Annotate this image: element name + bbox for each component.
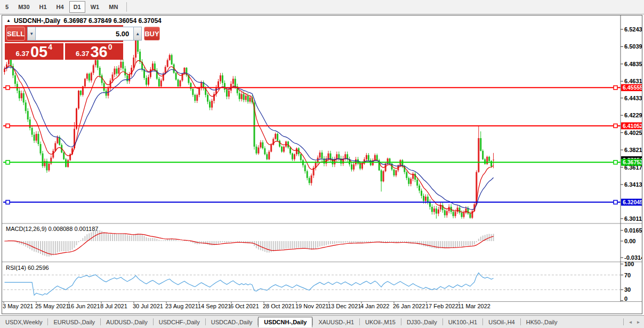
svg-text:6 Oct 2021: 6 Oct 2021 xyxy=(230,303,259,309)
svg-text:26 Jan 2022: 26 Jan 2022 xyxy=(393,303,425,309)
timeframe-h1[interactable]: H1 xyxy=(35,1,51,13)
rsi-indicator-label: RSI(14) 60.2596 xyxy=(6,265,49,271)
hline-handle[interactable] xyxy=(614,124,617,127)
sell-price-pips: 05 xyxy=(30,45,47,59)
terminal-screen: 5M30H1H4D1W1MN 6.524306.503906.483506.46… xyxy=(0,0,644,328)
rsi-pane xyxy=(3,273,621,295)
buy-price-big: 6.37 xyxy=(76,50,89,59)
timeframe-toolbar: 5M30H1H4D1W1MN xyxy=(0,0,644,14)
macd-pane xyxy=(4,230,494,257)
buy-price-pips: 36 xyxy=(90,45,107,59)
tab-xauusd-h1[interactable]: XAUUSD-,H1 xyxy=(313,317,359,327)
svg-text:6.42290: 6.42290 xyxy=(624,112,642,118)
svg-text:100: 100 xyxy=(624,261,634,267)
tab-usoil-h4[interactable]: USOil-,H4 xyxy=(483,317,520,327)
svg-text:6.41052: 6.41052 xyxy=(623,123,642,129)
collapse-chart-icon[interactable]: ▲ xyxy=(6,19,11,23)
tab-usdcad-daily[interactable]: USDCAD-,Daily xyxy=(206,317,258,327)
quote-row: 6.37 05 4 6.37 36 0 xyxy=(5,43,123,60)
svg-text:25 May 2021: 25 May 2021 xyxy=(35,303,69,309)
tab-usdx-weekly[interactable]: USDX,Weekly xyxy=(0,317,47,327)
volume-decrease-icon[interactable]: ▼ xyxy=(27,27,36,41)
svg-text:28 Oct 2021: 28 Oct 2021 xyxy=(263,303,295,309)
tab-audusd-daily[interactable]: AUDUSD-,Daily xyxy=(101,317,153,327)
volume-increase-icon[interactable]: ▲ xyxy=(133,27,142,41)
svg-text:6.44330: 6.44330 xyxy=(624,95,642,101)
hline-handle[interactable] xyxy=(6,161,10,164)
svg-text:6.40250: 6.40250 xyxy=(624,130,642,136)
svg-text:6.30110: 6.30110 xyxy=(624,215,642,222)
hline-handle[interactable] xyxy=(614,201,617,204)
svg-text:30 Jul 2021: 30 Jul 2021 xyxy=(133,303,163,309)
svg-text:6.38210: 6.38210 xyxy=(624,147,642,153)
svg-text:19 Nov 2021: 19 Nov 2021 xyxy=(295,303,328,309)
macd-signal-line xyxy=(5,233,494,255)
svg-text:6.36753: 6.36753 xyxy=(623,159,642,165)
hline-handle[interactable] xyxy=(614,86,617,90)
hline-handle[interactable] xyxy=(6,201,10,204)
chart-window: 6.524306.503906.483506.463106.443306.422… xyxy=(2,15,642,314)
hline-handle[interactable] xyxy=(6,86,10,90)
sell-price-big: 6.37 xyxy=(16,50,29,59)
ohlc-values: 6.36987 6.37849 6.36054 6.37054 xyxy=(63,17,162,25)
hline-handle[interactable] xyxy=(6,124,10,127)
svg-text:-0.031423: -0.031423 xyxy=(624,254,642,261)
tab-usdcnh-daily[interactable]: USDCNH-,Daily xyxy=(258,317,312,327)
date-axis[interactable]: 3 May 202125 May 202116 Jun 20218 Jul 20… xyxy=(3,302,490,309)
svg-text:0: 0 xyxy=(624,295,627,302)
rsi-line xyxy=(5,273,494,295)
svg-text:0.00: 0.00 xyxy=(624,238,635,244)
tab-dj30-daily[interactable]: DJ30-,Daily xyxy=(401,317,442,327)
sell-button[interactable]: SELL xyxy=(6,27,25,41)
toolbar-separator xyxy=(126,2,127,12)
tabs-scroll-right-icon[interactable]: ▸ xyxy=(637,319,640,325)
tab-ukoil-m15[interactable]: UKOil-,M15 xyxy=(360,317,401,327)
chart-tab-bar: USDX,WeeklyEURUSD-,DailyAUDUSD-,DailyUSD… xyxy=(0,315,644,328)
tabs-scroll-left-icon[interactable]: ◂ xyxy=(629,319,632,325)
tab-uk100-h1[interactable]: UK100-,H1 xyxy=(443,317,482,327)
horizontal-lines xyxy=(3,86,621,204)
svg-text:8 Jul 2021: 8 Jul 2021 xyxy=(100,303,127,309)
svg-text:30: 30 xyxy=(624,286,631,293)
svg-text:6.46310: 6.46310 xyxy=(624,78,642,84)
tab-hk50-daily[interactable]: HK50-,Daily xyxy=(521,317,563,327)
svg-text:6.45555: 6.45555 xyxy=(623,84,642,91)
svg-text:14 Sep 2021: 14 Sep 2021 xyxy=(198,303,231,309)
price-axis[interactable]: 6.524306.503906.483506.463106.443306.422… xyxy=(621,26,642,302)
symbol-name: USDCNH-,Daily xyxy=(14,17,60,25)
volume-input[interactable] xyxy=(36,27,133,41)
svg-text:6.34130: 6.34130 xyxy=(624,181,642,188)
svg-text:6.48350: 6.48350 xyxy=(624,61,642,67)
svg-text:0.016586: 0.016586 xyxy=(624,227,642,234)
buy-price-fraction: 0 xyxy=(108,43,112,51)
timeframe-5[interactable]: 5 xyxy=(1,1,13,13)
svg-text:4 Jan 2022: 4 Jan 2022 xyxy=(360,303,389,309)
svg-text:3 May 2021: 3 May 2021 xyxy=(3,303,33,309)
hline-handle[interactable] xyxy=(614,161,617,164)
svg-text:13 Dec 2021: 13 Dec 2021 xyxy=(328,303,361,309)
tab-separator xyxy=(623,318,624,325)
volume-spinner: ▼ ▲ xyxy=(27,27,142,41)
timeframe-m30[interactable]: M30 xyxy=(14,1,34,13)
svg-text:6.52430: 6.52430 xyxy=(624,26,642,33)
sell-price-fraction: 4 xyxy=(48,43,52,51)
svg-text:70: 70 xyxy=(624,272,631,278)
tab-scroll-controls: ◂▸ xyxy=(619,318,644,325)
timeframe-mn[interactable]: MN xyxy=(104,1,122,13)
tab-eurusd-daily[interactable]: EURUSD-,Daily xyxy=(48,317,100,327)
svg-text:6.32045: 6.32045 xyxy=(623,199,642,205)
trade-panel-row: SELL ▼ ▲ BUY xyxy=(5,25,123,42)
svg-text:6.50390: 6.50390 xyxy=(624,43,642,50)
timeframe-w1[interactable]: W1 xyxy=(86,1,104,13)
svg-text:16 Jun 2021: 16 Jun 2021 xyxy=(68,303,100,309)
svg-text:11 Mar 2022: 11 Mar 2022 xyxy=(458,303,490,309)
buy-button[interactable]: BUY xyxy=(144,27,159,41)
timeframe-h4[interactable]: H4 xyxy=(52,1,68,13)
svg-text:17 Feb 2022: 17 Feb 2022 xyxy=(425,303,458,309)
sell-price-display[interactable]: 6.37 05 4 xyxy=(5,43,63,60)
tab-usdchf-daily[interactable]: USDCHF-,Daily xyxy=(154,317,205,327)
svg-text:23 Aug 2021: 23 Aug 2021 xyxy=(165,303,198,309)
macd-indicator-label: MACD(12,26,9) 0.008088 0.001187 xyxy=(6,226,98,232)
buy-price-display[interactable]: 6.37 36 0 xyxy=(65,43,124,60)
timeframe-d1[interactable]: D1 xyxy=(69,1,85,13)
